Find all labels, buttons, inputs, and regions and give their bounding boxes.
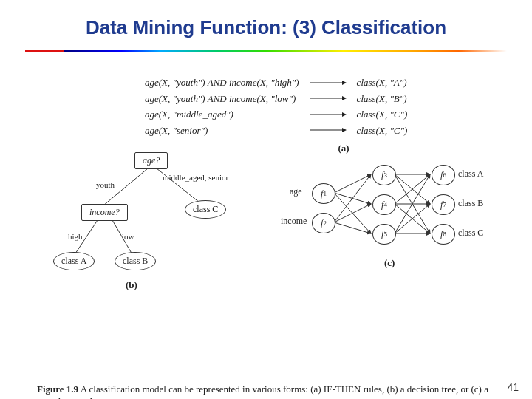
svg-marker-1 xyxy=(342,81,347,85)
part-b-label: (b) xyxy=(126,279,137,291)
nn-node-f6: f6 xyxy=(432,165,455,185)
svg-line-12 xyxy=(334,174,371,193)
tree-root-node: age? xyxy=(134,152,168,169)
rule-arrow-icon xyxy=(304,123,352,139)
tree-edge-youth: youth xyxy=(96,180,115,189)
rule-rhs: class(X, "A") xyxy=(352,75,412,91)
svg-marker-7 xyxy=(342,128,347,132)
page-number: 41 xyxy=(507,381,519,393)
rule-lhs: age(X, "middle_aged") xyxy=(140,106,304,123)
nn-node-f5: f5 xyxy=(372,224,396,245)
nn-node-f4: f4 xyxy=(372,194,396,215)
svg-line-19 xyxy=(395,174,430,204)
nn-node-f3: f3 xyxy=(372,165,396,185)
rule-rhs: class(X, "C") xyxy=(352,106,412,123)
svg-line-15 xyxy=(334,174,371,222)
rule-lhs: age(X, "youth") AND income(X, "high") xyxy=(140,75,304,91)
caption-rule xyxy=(37,378,495,378)
rule-row: age(X, "youth") AND income(X, "high") cl… xyxy=(140,75,412,91)
svg-marker-3 xyxy=(342,96,347,100)
svg-line-23 xyxy=(395,204,430,233)
svg-line-16 xyxy=(334,204,371,222)
rule-rhs: class(X, "C") xyxy=(352,123,412,139)
rule-row: age(X, "middle_aged") class(X, "C") xyxy=(140,106,412,123)
svg-line-25 xyxy=(395,204,430,233)
tree-edge-high: high xyxy=(68,232,83,241)
svg-line-24 xyxy=(395,174,430,233)
divider-rainbow xyxy=(25,50,507,52)
svg-line-14 xyxy=(334,193,371,233)
nn-node-f1: f1 xyxy=(312,183,335,204)
tree-leaf-class-c: class C xyxy=(185,200,226,219)
tree-leaf-class-b: class B xyxy=(115,252,156,270)
part-c-nn: age income f1 f2 f3 f4 f5 f6 f7 f8 class… xyxy=(281,160,488,278)
part-c-label: (c) xyxy=(384,257,395,269)
nn-node-f2: f2 xyxy=(312,213,335,233)
figure-caption-text: A classification model can be represente… xyxy=(37,383,488,400)
part-a-rules: age(X, "youth") AND income(X, "high") cl… xyxy=(140,75,495,156)
svg-line-21 xyxy=(395,174,430,204)
nn-out-class-b: class B xyxy=(458,198,483,209)
figure-number: Figure 1.9 xyxy=(37,383,78,395)
part-b-tree: age? youth middle_aged, senior income? c… xyxy=(52,152,244,285)
rule-lhs: age(X, "senior") xyxy=(140,123,304,139)
svg-line-13 xyxy=(334,193,371,204)
rule-lhs: age(X, "youth") AND income(X, "low") xyxy=(140,91,304,107)
nn-input-income-label: income xyxy=(281,216,307,227)
tree-edge-middle-senior: middle_aged, senior xyxy=(163,173,228,182)
figure-caption: Figure 1.9 A classification model can be… xyxy=(37,383,495,400)
nn-node-f7: f7 xyxy=(432,194,455,215)
rule-row: age(X, "youth") AND income(X, "low") cla… xyxy=(140,91,412,107)
nn-out-class-a: class A xyxy=(458,168,483,180)
rule-rhs: class(X, "B") xyxy=(352,91,412,107)
nn-out-class-c: class C xyxy=(458,228,483,239)
rule-row: age(X, "senior") class(X, "C") xyxy=(140,123,412,139)
nn-input-age-label: age xyxy=(290,186,302,197)
rule-arrow-icon xyxy=(304,75,352,91)
figure-area: age(X, "youth") AND income(X, "high") cl… xyxy=(37,75,495,399)
tree-income-node: income? xyxy=(81,204,128,221)
rule-arrow-icon xyxy=(304,91,352,107)
tree-edge-low: low xyxy=(122,232,134,241)
slide-title: Data Mining Function: (3) Classification xyxy=(0,0,532,39)
rule-arrow-icon xyxy=(304,106,352,123)
svg-line-20 xyxy=(395,174,430,233)
nn-node-f8: f8 xyxy=(432,224,455,245)
svg-line-17 xyxy=(334,222,371,233)
svg-marker-5 xyxy=(342,112,347,117)
tree-leaf-class-a: class A xyxy=(53,252,95,270)
